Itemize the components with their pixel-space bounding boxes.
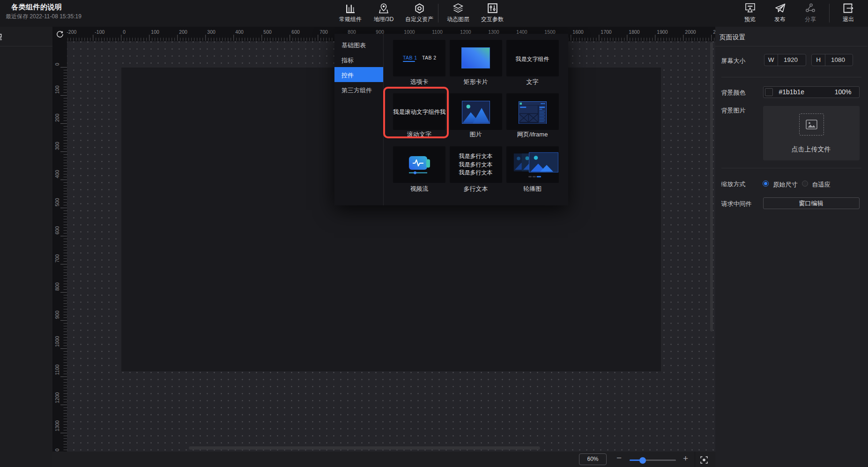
svg-text:1600: 1600 <box>572 29 584 35</box>
svg-text:-200: -200 <box>67 29 76 35</box>
svg-text:1100: 1100 <box>54 364 60 375</box>
svg-text:100: 100 <box>54 85 60 94</box>
svg-text:600: 600 <box>291 29 300 35</box>
svg-text:300: 300 <box>207 29 215 35</box>
svg-text:-100: -100 <box>95 29 104 35</box>
svg-text:1700: 1700 <box>601 29 612 35</box>
svg-text:0: 0 <box>54 63 60 66</box>
svg-text:700: 700 <box>319 29 328 35</box>
svg-text:400: 400 <box>54 170 60 178</box>
svg-text:1200: 1200 <box>54 392 60 403</box>
svg-text:0: 0 <box>123 29 126 35</box>
svg-text:1300: 1300 <box>54 420 60 431</box>
svg-text:1000: 1000 <box>54 336 60 347</box>
svg-text:1900: 1900 <box>657 29 668 35</box>
svg-text:2000: 2000 <box>685 29 696 35</box>
svg-text:200: 200 <box>179 29 187 35</box>
svg-text:700: 700 <box>54 254 60 263</box>
svg-text:100: 100 <box>151 29 159 35</box>
svg-text:200: 200 <box>54 113 60 122</box>
svg-text:1800: 1800 <box>629 29 640 35</box>
svg-text:300: 300 <box>54 142 60 150</box>
svg-text:600: 600 <box>54 226 60 234</box>
svg-text:500: 500 <box>54 198 60 206</box>
svg-text:900: 900 <box>54 310 60 319</box>
svg-text:400: 400 <box>235 29 244 35</box>
svg-text:800: 800 <box>54 282 60 291</box>
svg-text:500: 500 <box>263 29 272 35</box>
